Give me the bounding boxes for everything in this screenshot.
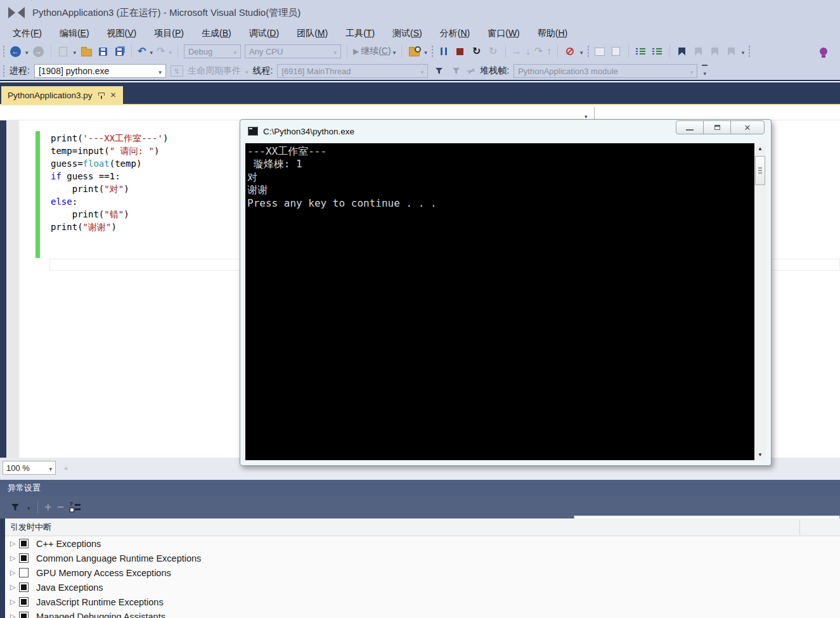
- toolbar-grip[interactable]: [3, 65, 5, 77]
- menu-item[interactable]: 工具(T): [337, 25, 384, 41]
- scroll-left-icon[interactable]: [62, 465, 68, 472]
- suppress-filter-icon[interactable]: [467, 67, 475, 75]
- console-title-bar[interactable]: C:\Python34\python.exe: [240, 120, 771, 143]
- overflow-dropdown-icon[interactable]: [424, 46, 427, 57]
- thread-select[interactable]: [6916] MainThread: [277, 64, 428, 78]
- exception-row[interactable]: C++ Exceptions: [5, 536, 840, 551]
- menu-item[interactable]: 编辑(E): [51, 25, 98, 41]
- exception-row[interactable]: GPU Memory Access Exceptions: [5, 565, 840, 580]
- menu-item[interactable]: 文件(F): [4, 25, 51, 41]
- exception-checkbox[interactable]: [19, 612, 29, 618]
- overflow-dropdown-icon[interactable]: [742, 46, 745, 57]
- filter-threads-button[interactable]: [432, 63, 445, 79]
- exception-column-header[interactable]: 引发时中断: [0, 518, 840, 536]
- find-in-files-button[interactable]: [408, 44, 420, 59]
- solution-platform-select[interactable]: Any CPU: [245, 44, 341, 58]
- stop-debugging-button[interactable]: [454, 44, 467, 59]
- undo-dropdown-icon[interactable]: [150, 46, 153, 57]
- new-file-dropdown-icon[interactable]: [74, 46, 77, 57]
- toolbar-grip[interactable]: [3, 45, 5, 58]
- code-area[interactable]: print('---XX工作室---')temp=input(" 请问: ")g…: [51, 132, 168, 233]
- redo-icon[interactable]: ↷: [157, 46, 165, 56]
- filter-dropdown-icon[interactable]: [27, 501, 30, 513]
- solution-configuration-select[interactable]: Debug: [184, 44, 241, 58]
- navigate-forward-button[interactable]: [32, 44, 45, 59]
- undo-icon[interactable]: ↶: [138, 46, 146, 56]
- menu-item[interactable]: 分析(N): [431, 25, 479, 41]
- scroll-down-icon[interactable]: [754, 449, 766, 460]
- toolbar-grip[interactable]: [587, 45, 590, 58]
- minimize-button[interactable]: [676, 120, 704, 134]
- exception-row[interactable]: Managed Debugging Assistants: [5, 609, 840, 618]
- expander-icon[interactable]: [10, 583, 19, 591]
- step-into-icon[interactable]: ↓: [526, 46, 531, 56]
- breakpoint-gutter[interactable]: [6, 120, 19, 458]
- scroll-up-icon[interactable]: [754, 143, 766, 154]
- menu-item[interactable]: 测试(S): [384, 25, 431, 41]
- close-icon[interactable]: [110, 91, 117, 99]
- toolbar-grip[interactable]: [748, 45, 751, 58]
- remove-exception-button[interactable]: [57, 502, 64, 512]
- expander-icon[interactable]: [10, 569, 19, 577]
- toolbar-overflow-button[interactable]: [702, 65, 708, 78]
- scrollbar-thumb[interactable]: [755, 156, 765, 185]
- refresh-button[interactable]: ↻: [487, 44, 500, 59]
- menu-item[interactable]: 项目(P): [145, 25, 193, 41]
- pin-icon[interactable]: [98, 93, 105, 96]
- expander-icon[interactable]: [10, 539, 19, 548]
- save-all-button[interactable]: [113, 44, 126, 59]
- back-dropdown-icon[interactable]: [25, 46, 29, 57]
- process-select[interactable]: [1908] python.exe: [34, 64, 166, 78]
- tab-pythonapplication3[interactable]: PythonApplication3.py: [1, 86, 123, 104]
- continue-button[interactable]: 继续(C): [353, 44, 396, 59]
- redo-dropdown-icon[interactable]: [169, 46, 172, 57]
- menu-item[interactable]: 团队(M): [288, 25, 337, 41]
- exception-checkbox[interactable]: [19, 597, 29, 607]
- clear-bookmarks-button[interactable]: [725, 44, 738, 59]
- restart-button[interactable]: ↻: [470, 44, 483, 59]
- toolbar-grip[interactable]: [431, 45, 434, 58]
- expander-icon[interactable]: [10, 612, 19, 618]
- copy-button[interactable]: [610, 44, 623, 59]
- toggle-bookmark-button[interactable]: [676, 44, 688, 59]
- expander-icon[interactable]: [10, 554, 19, 562]
- show-output-button[interactable]: [593, 44, 606, 59]
- expander-icon[interactable]: [10, 598, 19, 606]
- next-bookmark-button[interactable]: [709, 44, 721, 59]
- maximize-button[interactable]: [703, 120, 731, 134]
- lifecycle-events-icon[interactable]: ↯: [171, 65, 183, 77]
- toggle-outlining-button[interactable]: [635, 44, 647, 59]
- step-over-icon[interactable]: ↷: [534, 46, 543, 56]
- disable-breakpoints-button[interactable]: [564, 44, 576, 59]
- console-scrollbar[interactable]: [754, 143, 766, 460]
- exception-checkbox[interactable]: [19, 568, 29, 577]
- console-output[interactable]: ---XX工作室--- 璇烽棶: 1对谢谢Press any key to co…: [245, 143, 754, 460]
- menu-item[interactable]: 调试(D): [240, 25, 288, 41]
- suggestions-button[interactable]: [817, 44, 830, 59]
- exception-row[interactable]: Java Exceptions: [5, 580, 840, 595]
- editor-navigation-bar[interactable]: [0, 105, 840, 120]
- exception-checkbox[interactable]: [19, 583, 29, 592]
- exception-checkbox[interactable]: [19, 539, 29, 548]
- restore-defaults-button[interactable]: [70, 503, 81, 512]
- step-out-icon[interactable]: ↑: [546, 46, 552, 56]
- menu-item[interactable]: 窗口(W): [479, 25, 529, 41]
- menu-item[interactable]: 视图(V): [98, 25, 146, 41]
- show-next-statement-icon[interactable]: →: [512, 46, 522, 56]
- collapse-definitions-button[interactable]: [651, 44, 664, 59]
- close-button[interactable]: [730, 120, 765, 134]
- lifecycle-events-label[interactable]: 生命周期事件: [188, 65, 241, 77]
- exception-checkbox[interactable]: [19, 553, 29, 563]
- menu-item[interactable]: 帮助(H): [529, 25, 576, 41]
- breakpoints-dropdown-icon[interactable]: [580, 46, 583, 57]
- new-file-button[interactable]: [57, 44, 70, 59]
- break-all-button[interactable]: [437, 44, 450, 59]
- column-divider[interactable]: [799, 520, 800, 535]
- open-file-button[interactable]: [80, 44, 93, 59]
- navigate-back-button[interactable]: [9, 44, 22, 59]
- exception-row[interactable]: Common Language Runtime Exceptions: [5, 551, 840, 565]
- filter-button[interactable]: [9, 499, 22, 515]
- filter-flagged-button[interactable]: [449, 63, 462, 79]
- save-button[interactable]: [96, 44, 109, 59]
- zoom-select[interactable]: 100 %: [3, 461, 56, 475]
